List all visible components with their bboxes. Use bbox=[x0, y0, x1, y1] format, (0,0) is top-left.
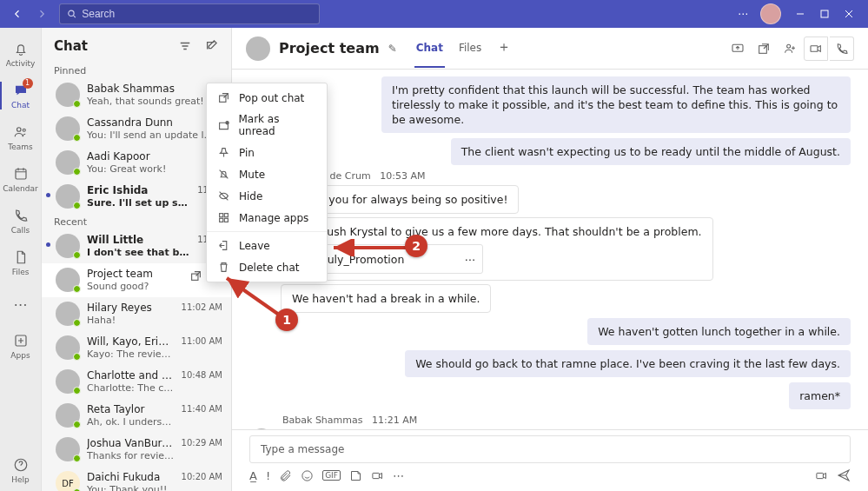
rail-calls[interactable]: Calls bbox=[0, 200, 42, 242]
ctx-mute[interactable]: Mute bbox=[207, 163, 327, 185]
rail-teams[interactable]: Teams bbox=[0, 116, 42, 158]
more-icon[interactable]: ⋯ bbox=[393, 469, 404, 482]
video-call-icon[interactable] bbox=[804, 36, 828, 61]
back-button[interactable] bbox=[7, 3, 28, 24]
send-icon[interactable] bbox=[837, 468, 851, 482]
audio-call-icon[interactable] bbox=[830, 36, 854, 61]
ctx-label: Leave bbox=[239, 240, 270, 252]
rail-apps[interactable]: Apps bbox=[0, 325, 42, 367]
tab-chat[interactable]: Chat bbox=[414, 30, 445, 68]
rail-label: Teams bbox=[8, 143, 32, 151]
svg-rect-14 bbox=[817, 473, 824, 478]
svg-point-16 bbox=[226, 121, 229, 123]
chat-list-item[interactable]: Project teamSound good?⋯ bbox=[42, 263, 231, 297]
chat-list-item[interactable]: Cassandra DunnYou: I'll send an update l… bbox=[42, 112, 231, 146]
schedule-send-icon[interactable] bbox=[815, 469, 828, 482]
chat-list-item[interactable]: Charlotte and BabakCharlotte: The client… bbox=[42, 365, 231, 399]
annotation-1: 1 bbox=[275, 309, 298, 331]
search-box[interactable] bbox=[59, 3, 320, 24]
share-screen-icon[interactable] bbox=[726, 36, 750, 61]
leave-icon bbox=[217, 239, 230, 252]
ctx-label: Mark as unread bbox=[238, 113, 316, 137]
add-people-icon[interactable] bbox=[778, 36, 802, 61]
svg-rect-19 bbox=[220, 218, 223, 222]
svg-point-12 bbox=[302, 470, 312, 480]
rail-more[interactable]: ⋯ bbox=[0, 283, 42, 325]
chat-list-item[interactable]: Reta TaylorAh, ok. I understand now.11:4… bbox=[42, 399, 231, 433]
svg-rect-4 bbox=[16, 169, 26, 179]
attach-icon[interactable] bbox=[279, 469, 292, 482]
pin-icon bbox=[217, 146, 230, 159]
popout-icon[interactable] bbox=[752, 36, 776, 61]
rail-chat[interactable]: 1 Chat bbox=[0, 75, 42, 116]
chat-list-item[interactable]: Will LittleI don't see that being an iss… bbox=[42, 229, 231, 263]
user-avatar[interactable] bbox=[760, 3, 781, 24]
popout-icon[interactable] bbox=[188, 268, 203, 283]
ctx-label: Hide bbox=[239, 190, 262, 202]
forward-button[interactable] bbox=[31, 3, 52, 24]
file-more-icon[interactable]: ⋯ bbox=[465, 252, 476, 267]
gif-icon[interactable]: GIF bbox=[322, 470, 341, 481]
unread-icon bbox=[217, 119, 229, 132]
ctx-label: Pin bbox=[239, 147, 255, 159]
apps-icon bbox=[217, 211, 230, 224]
compose-input[interactable]: Type a message bbox=[249, 435, 851, 463]
tab-add[interactable]: ＋ bbox=[495, 30, 513, 68]
edit-name-icon[interactable]: ✎ bbox=[388, 43, 397, 55]
message-me[interactable]: I'm pretty confident that this launch wi… bbox=[381, 76, 851, 133]
ctx-hide[interactable]: Hide bbox=[207, 185, 327, 207]
ctx-apps[interactable]: Manage apps bbox=[207, 207, 327, 229]
chat-list-item[interactable]: Joshua VanBurenThanks for reviewing!10:2… bbox=[42, 433, 231, 467]
ctx-popout[interactable]: Pop out chat bbox=[207, 87, 327, 109]
tab-files[interactable]: Files bbox=[457, 30, 483, 68]
format-icon[interactable]: A̲ bbox=[249, 469, 257, 482]
chat-list-item[interactable]: Eric IshidaSure. I'll set up something f… bbox=[42, 180, 231, 214]
chat-list-item[interactable]: DFDaichi FukudaYou: Thank you!!10:20 AM bbox=[42, 467, 231, 491]
teams-icon bbox=[12, 123, 30, 141]
message-me[interactable]: The client wasn't expecting us to be rea… bbox=[451, 138, 851, 165]
rail-help[interactable]: Help bbox=[0, 449, 42, 491]
meet-icon[interactable] bbox=[371, 469, 384, 482]
rail-calendar[interactable]: Calendar bbox=[0, 158, 42, 200]
ctx-unread[interactable]: Mark as unread bbox=[207, 109, 327, 142]
chat-list-item[interactable]: Babak ShammasYeah, that sounds great! bbox=[42, 78, 231, 112]
close-button[interactable] bbox=[837, 2, 861, 26]
message-me[interactable]: We should go back to that ramne place. I… bbox=[405, 350, 851, 377]
search-icon bbox=[67, 9, 76, 19]
message-meta: Babak Shammas 11:21 AM bbox=[281, 415, 505, 426]
chat-list-item[interactable]: Aadi KapoorYou: Great work! bbox=[42, 146, 231, 180]
svg-rect-11 bbox=[811, 45, 818, 51]
ctx-label: Pop out chat bbox=[239, 92, 304, 104]
search-input[interactable] bbox=[82, 8, 312, 20]
sticker-icon[interactable] bbox=[349, 469, 362, 482]
sender-avatar bbox=[249, 428, 274, 429]
minimize-button[interactable] bbox=[788, 2, 812, 26]
plus-icon bbox=[12, 332, 30, 349]
section-pinned: Pinned bbox=[42, 63, 231, 78]
rail-activity[interactable]: Activity bbox=[0, 33, 42, 75]
message-me[interactable]: ramen* bbox=[789, 382, 851, 409]
app-rail: Activity 1 Chat Teams Calendar Calls Fil… bbox=[0, 28, 42, 491]
message-me[interactable]: We haven't gotten lunch together in a wh… bbox=[587, 318, 851, 345]
ctx-pin[interactable]: Pin bbox=[207, 142, 327, 163]
phone-icon bbox=[12, 207, 30, 224]
chat-list-item[interactable]: Will, Kayo, Eric, +5Kayo: The review wen… bbox=[42, 331, 231, 365]
annotation-2: 2 bbox=[405, 235, 427, 257]
chat-avatar bbox=[246, 36, 270, 61]
ctx-label: Manage apps bbox=[239, 212, 308, 224]
rail-files[interactable]: Files bbox=[0, 242, 42, 283]
chat-list: Chat Pinned Babak ShammasYeah, that soun… bbox=[42, 28, 232, 491]
ctx-leave[interactable]: Leave bbox=[207, 235, 327, 256]
svg-rect-20 bbox=[224, 218, 228, 222]
new-chat-icon[interactable] bbox=[202, 36, 221, 56]
priority-icon[interactable]: ! bbox=[266, 469, 270, 482]
message-other[interactable]: We haven't had a break in a while. bbox=[281, 284, 491, 313]
section-recent: Recent bbox=[42, 214, 231, 229]
emoji-icon[interactable] bbox=[301, 469, 314, 482]
more-icon[interactable]: ⋯ bbox=[732, 3, 753, 24]
maximize-button[interactable] bbox=[812, 2, 837, 26]
filter-icon[interactable] bbox=[176, 36, 195, 56]
svg-rect-1 bbox=[821, 10, 828, 17]
chat-list-item[interactable]: Hilary ReyesHaha!11:02 AM bbox=[42, 297, 231, 331]
rail-label: Help bbox=[11, 475, 30, 484]
